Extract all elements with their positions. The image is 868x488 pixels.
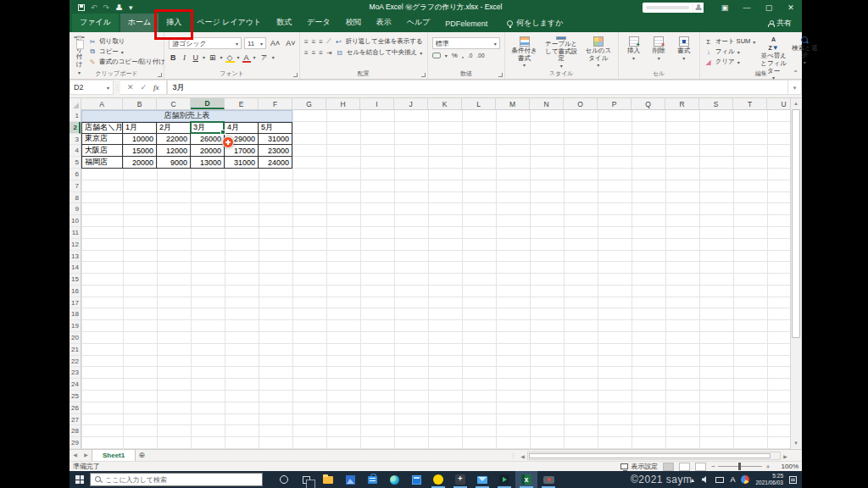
cell-A5[interactable]: 福岡店 [81,157,123,169]
display-settings-button[interactable]: 表示設定 [620,462,658,471]
alignment-dialog-launcher-icon[interactable] [421,73,426,77]
row-header-27[interactable]: 27 [70,414,81,426]
column-header-E[interactable]: E [225,98,259,109]
column-header-P[interactable]: P [598,98,632,109]
row-header-6[interactable]: 6 [70,169,81,180]
speaker-icon[interactable] [701,475,709,484]
row-header-5[interactable]: 5 [70,157,81,169]
cell-B3[interactable]: 10000 [123,134,157,146]
ribbon-tab-挿入[interactable]: 挿入 [159,14,189,32]
minimize-button[interactable]: — [736,0,758,15]
taskbar-app-camera-app[interactable] [537,471,559,488]
row-header-13[interactable]: 13 [70,251,81,263]
cell-styles-button[interactable]: セルのスタイル ▾ [583,35,614,69]
formula-bar-expand-icon[interactable]: ▾ [788,80,802,95]
sort-filter-button[interactable]: AZ▼ 並べ替えとフィルター ▾ [759,35,788,69]
ribbon-display-options-button[interactable]: ▣ [714,0,736,15]
zoom-level[interactable]: 100% [776,463,798,470]
increase-font-size-button[interactable]: A˄ [269,39,281,47]
grid[interactable]: 1234567891011121314151617181920212223242… [70,110,802,449]
column-header-A[interactable]: A [81,98,123,109]
taskbar-app-store[interactable] [361,471,383,488]
share-button[interactable]: 共有 [768,18,802,32]
column-header-R[interactable]: R [665,98,699,109]
cell-D5[interactable]: 13000 [191,157,225,169]
scroll-up-icon[interactable]: ▲ [791,98,801,109]
row-header-3[interactable]: 3 [70,134,81,146]
qat-customize-icon[interactable]: ▾ [129,4,133,12]
taskbar-app-capture-app[interactable]: + [449,471,471,488]
format-cells-button[interactable]: 書式 ▾ [673,35,695,69]
fill-color-button[interactable]: ◇ [225,53,235,62]
row-header-2[interactable]: 2 [70,122,81,134]
ribbon-tab-ファイル[interactable]: ファイル [72,14,119,32]
cell-D4[interactable]: 20000 [191,145,225,157]
column-header-T[interactable]: T [733,98,767,109]
font-color-button[interactable]: A [242,53,251,62]
normal-view-button[interactable] [663,463,674,471]
italic-button[interactable]: I [181,53,189,62]
vertical-scrollbar-thumb[interactable] [792,109,800,338]
column-header-G[interactable]: G [292,98,326,109]
row-header-21[interactable]: 21 [70,344,81,356]
cell-F3[interactable]: 31000 [259,134,292,146]
row-header-17[interactable]: 17 [70,297,81,309]
taskbar-app-yellow-app[interactable] [427,471,449,488]
fill-button[interactable]: ↓フィル▾ [704,47,756,56]
scroll-down-icon[interactable]: ▼ [791,438,801,449]
formula-bar-splitter[interactable]: ⋮ [114,80,120,95]
ribbon-tab-ヘルプ[interactable]: ヘルプ [399,14,438,32]
column-header-H[interactable]: H [326,98,360,109]
collapse-ribbon-icon[interactable]: ⌃ [793,69,798,77]
cell-A2[interactable]: 店舗名＼月 [81,122,123,134]
tray-display-icon[interactable] [715,477,724,483]
align-bottom-icon[interactable]: ≡ [319,38,324,46]
cancel-entry-icon[interactable]: ✕ [127,83,134,92]
page-layout-view-button[interactable] [679,463,690,471]
column-header-O[interactable]: O [564,98,598,109]
ribbon-tab-表示[interactable]: 表示 [369,14,399,32]
ribbon-tab-ホーム[interactable]: ホーム [120,14,159,32]
row-header-10[interactable]: 10 [70,215,81,227]
zoom-in-icon[interactable]: ＋ [765,462,771,471]
cell-E5[interactable]: 31000 [225,157,259,169]
taskbar-app-edge[interactable] [383,471,405,488]
row-header-19[interactable]: 19 [70,320,81,332]
format-painter-button[interactable]: ✎書式のコピー/貼り付け [88,58,165,66]
percent-style-button[interactable]: % [452,52,458,59]
merge-center-button[interactable]: ⊟セルを結合して中央揃え▾ [336,48,423,57]
row-header-4[interactable]: 4 [70,145,81,157]
row-header-28[interactable]: 28 [70,425,81,437]
number-format-select[interactable]: 標準▾ [432,37,500,49]
tray-chevron-up-icon[interactable]: ▲ [690,477,696,483]
align-center-icon[interactable]: ≡ [312,49,317,57]
cell-E2[interactable]: 4月 [225,122,259,134]
sheet-tab-sheet1[interactable]: Sheet1 [92,450,136,461]
column-header-C[interactable]: C [157,98,191,109]
bold-button[interactable]: B [169,53,178,62]
row-header-26[interactable]: 26 [70,402,81,414]
row-header-12[interactable]: 12 [70,239,81,251]
name-box[interactable]: D2 ▾ [70,80,114,95]
ribbon-tab-ページ レイアウト[interactable]: ページ レイアウト [189,14,269,32]
select-all-corner[interactable] [70,98,81,110]
horizontal-scrollbar-thumb[interactable] [529,453,771,458]
tray-sphere-icon[interactable] [741,475,749,484]
conditional-formatting-button[interactable]: 条件付き書式 ▾ [509,35,540,69]
undo-icon[interactable]: ↶ [91,4,97,12]
row-header-11[interactable]: 11 [70,227,81,239]
phonetic-guide-button[interactable]: ァ [259,52,270,63]
number-dialog-launcher-icon[interactable] [498,73,503,77]
indent-icon[interactable]: ⇥ [326,49,333,57]
decrease-font-size-button[interactable]: A˅ [284,39,297,47]
copy-button[interactable]: ⧉コピー▾ [88,47,165,56]
cell-C4[interactable]: 12000 [157,145,191,157]
row-header-7[interactable]: 7 [70,180,81,192]
close-button[interactable]: ✕ [780,0,802,15]
column-header-Q[interactable]: Q [632,98,665,109]
borders-button[interactable]: ⊞ [208,53,218,62]
formula-input[interactable]: 3月 [167,80,788,95]
confirm-entry-icon[interactable]: ✓ [141,83,147,92]
row-header-22[interactable]: 22 [70,356,81,368]
align-top-icon[interactable]: ≡ [304,38,309,46]
